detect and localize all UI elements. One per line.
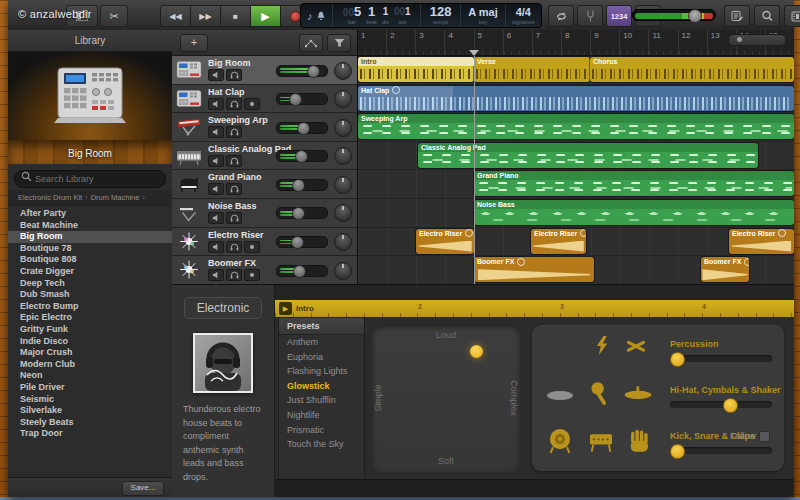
mute-button[interactable] [208,126,224,138]
region-play-button[interactable]: ▶ [279,302,292,315]
solo-button[interactable] [226,183,242,195]
mute-button[interactable] [208,241,224,253]
region-hat-clap[interactable]: Hat Clap [358,86,794,111]
list-item[interactable]: Silverlake [8,405,172,417]
clap-hand-icon[interactable] [628,428,650,452]
region-verse[interactable]: Verse [474,57,590,82]
add-track-button[interactable]: + [180,34,208,52]
list-item[interactable]: Major Crush [8,347,172,359]
play-button[interactable]: ▶ [251,5,281,27]
solo-button[interactable] [226,155,242,167]
editors-button[interactable]: ✂ [100,5,128,27]
zoom-slider[interactable] [728,34,786,46]
bar-ruler[interactable]: 1 2 3 4 5 6 7 8 9 10 11 12 13 14 15 [358,30,794,56]
pan-knob[interactable] [334,204,352,222]
track-row-classic-analog-pad[interactable]: Classic Analog Pad [172,142,357,171]
region-grand-piano[interactable]: Grand Piano [474,171,794,196]
forward-button[interactable]: ▶▶ [191,5,221,27]
pan-knob[interactable] [334,262,352,280]
master-volume-slider[interactable] [632,9,716,21]
track-row-electro-riser[interactable]: Electro Riser [172,228,357,257]
mute-button[interactable] [208,155,224,167]
list-item[interactable]: Deep Tech [8,278,172,290]
solo-button[interactable] [226,126,242,138]
pan-knob[interactable] [334,147,352,165]
pan-knob[interactable] [334,119,352,137]
preset-item[interactable]: Anthem [279,335,364,350]
input-monitor-button[interactable] [244,98,260,110]
preset-item[interactable]: Prismatic [279,423,364,438]
category-label[interactable]: Electronic [184,297,263,319]
solo-button[interactable] [226,98,242,110]
media-browser-button[interactable] [784,5,800,27]
solo-button[interactable] [226,212,242,224]
loop-browser-button[interactable] [754,5,780,27]
rewind-button[interactable]: ◀◀ [160,5,191,27]
mute-button[interactable] [208,98,224,110]
list-item[interactable]: Electro Bump [8,301,172,313]
track-volume-slider[interactable] [276,93,328,105]
list-item-selected[interactable]: Big Room [8,231,172,243]
save-button[interactable]: Save... [122,481,164,496]
automation-button[interactable] [299,34,323,52]
preset-item[interactable]: Euphoria [279,350,364,365]
list-item[interactable]: Boutique 78 [8,243,172,255]
list-item[interactable]: Neon [8,370,172,382]
list-item[interactable]: Indie Disco [8,336,172,348]
track-row-hat-clap[interactable]: Hat Clap [172,85,357,114]
slider-knob[interactable] [723,398,738,413]
preset-item[interactable]: Flashing Lights [279,364,364,379]
track-row-grand-piano[interactable]: Grand Piano [172,170,357,199]
drumsticks-icon[interactable] [624,338,648,355]
xy-pad[interactable]: Loud Soft Simple Complex [372,325,520,471]
input-monitor-button[interactable] [244,241,260,253]
track-volume-slider[interactable] [276,265,328,277]
region-chorus[interactable]: Chorus [590,57,794,82]
presets-header[interactable]: Presets [279,318,364,335]
mute-button[interactable] [208,69,224,81]
list-item[interactable]: Trap Door [8,428,172,440]
solo-button[interactable] [226,69,242,81]
notepad-button[interactable] [724,5,750,27]
list-item[interactable]: Seismic [8,394,172,406]
list-item[interactable]: After Party [8,208,172,220]
track-row-boomer-fx[interactable]: Boomer FX [172,256,357,285]
breadcrumb[interactable]: Electronic Drum Kit›Drum Machine› [8,190,172,206]
mute-button[interactable] [208,212,224,224]
list-item[interactable]: Pile Driver [8,382,172,394]
track-row-sweeping-arp[interactable]: Sweeping Arp [172,113,357,142]
tuner-button[interactable] [577,5,603,27]
pan-knob[interactable] [334,90,352,108]
xy-puck[interactable] [470,345,483,358]
list-item[interactable]: Steely Beats [8,417,172,429]
track-volume-slider[interactable] [276,236,328,248]
pan-knob[interactable] [334,176,352,194]
region-classic-analog-pad[interactable]: Classic Analog Pad [418,143,758,168]
cycle-button[interactable] [548,5,574,27]
solo-button[interactable] [226,269,242,281]
track-row-big-room[interactable]: Big Room [172,56,357,85]
cymbal-flat-icon[interactable] [546,390,574,401]
playhead-marker[interactable] [469,50,479,56]
follow-checkbox[interactable] [759,431,770,442]
pan-knob[interactable] [334,233,352,251]
track-volume-slider[interactable] [276,179,328,191]
track-row-noise-bass[interactable]: Noise Bass [172,199,357,228]
maraca-icon[interactable] [590,382,609,407]
list-item[interactable]: Beat Machine [8,220,172,232]
snare-drum-icon[interactable] [588,431,614,453]
volume-knob[interactable] [688,9,702,23]
search-input[interactable] [14,170,166,188]
track-volume-slider[interactable] [276,65,328,77]
list-item[interactable]: Dub Smash [8,289,172,301]
region-noise-bass[interactable]: Noise Bass [474,200,794,225]
mute-button[interactable] [208,183,224,195]
cymbal-stand-icon[interactable] [624,386,652,400]
region-electro-riser[interactable]: Electro Riser [531,229,586,254]
region-sweeping-arp[interactable]: Sweeping Arp [358,114,794,139]
preset-item[interactable]: Just Shufflin [279,393,364,408]
region-intro[interactable]: Intro [358,57,474,82]
slider-knob[interactable] [670,352,685,367]
list-item[interactable]: Gritty Funk [8,324,172,336]
lcd-display[interactable]: ♪ 005 bar 1 beat 1 div [300,3,542,28]
